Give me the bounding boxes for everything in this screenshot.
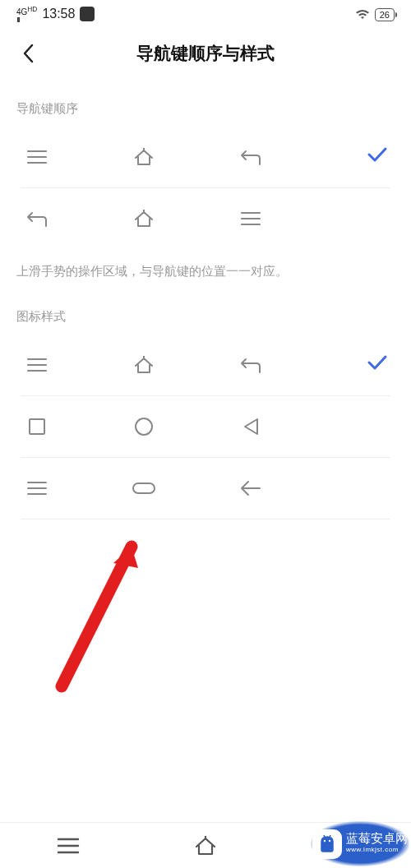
pill-icon: [132, 476, 156, 501]
menu-lines-icon: [25, 353, 49, 377]
android-icon: [312, 829, 342, 859]
svg-point-3: [324, 839, 326, 841]
clock: 13:58: [42, 7, 75, 21]
square-icon: [25, 414, 49, 439]
arrow-left-icon: [238, 476, 263, 501]
home-house-icon: [132, 206, 156, 231]
nav-home-button[interactable]: [193, 833, 218, 858]
svg-rect-0: [30, 419, 44, 434]
back-arrow-box-icon: [238, 353, 263, 377]
arrow-annotation: [49, 538, 156, 695]
section-label-order: 导航键顺序: [0, 78, 411, 127]
back-arrow-box-icon: [25, 206, 49, 231]
order-option-2[interactable]: [0, 188, 411, 249]
style-option-3[interactable]: [0, 458, 411, 519]
divider: [21, 519, 390, 519]
watermark: 蓝莓安卓网 www.lmkjst.com: [311, 821, 409, 866]
menu-lines-icon: [238, 206, 263, 231]
back-button[interactable]: [16, 42, 39, 65]
svg-point-4: [329, 839, 330, 841]
battery-indicator: 26: [375, 8, 395, 21]
nav-menu-button[interactable]: [56, 833, 81, 858]
status-bar: 4GHDıııı 13:58 26: [0, 0, 411, 29]
menu-lines-icon: [25, 145, 49, 169]
check-icon: [367, 354, 388, 376]
watermark-text: 蓝莓安卓网 www.lmkjst.com: [346, 833, 408, 856]
status-right: 26: [355, 8, 395, 21]
svg-rect-2: [133, 483, 155, 493]
circle-icon: [132, 414, 156, 439]
chevron-left-icon: [22, 44, 34, 63]
back-arrow-box-icon: [238, 145, 263, 169]
wifi-icon: [355, 9, 370, 21]
menu-lines-thin-icon: [25, 476, 49, 501]
icon-group: [25, 145, 386, 169]
home-house-icon: [132, 145, 156, 169]
icon-group: [25, 206, 386, 231]
header: 导航键顺序与样式: [0, 29, 411, 78]
network-indicator: 4GHDıııı: [16, 6, 37, 23]
order-option-1[interactable]: [0, 127, 411, 187]
style-option-1[interactable]: [0, 335, 411, 395]
svg-point-1: [136, 418, 152, 435]
check-icon: [367, 146, 388, 168]
icon-group: [25, 476, 386, 501]
icon-group: [25, 353, 386, 377]
hint-text: 上滑手势的操作区域，与导航键的位置一一对应。: [0, 249, 411, 286]
home-house-icon: [132, 353, 156, 377]
style-option-2[interactable]: [0, 396, 411, 457]
icon-group: [25, 414, 386, 439]
triangle-left-icon: [238, 414, 263, 439]
page-title: 导航键顺序与样式: [136, 42, 275, 65]
app-icon: [80, 7, 95, 21]
section-label-style: 图标样式: [0, 286, 411, 335]
status-left: 4GHDıııı 13:58: [16, 6, 95, 23]
